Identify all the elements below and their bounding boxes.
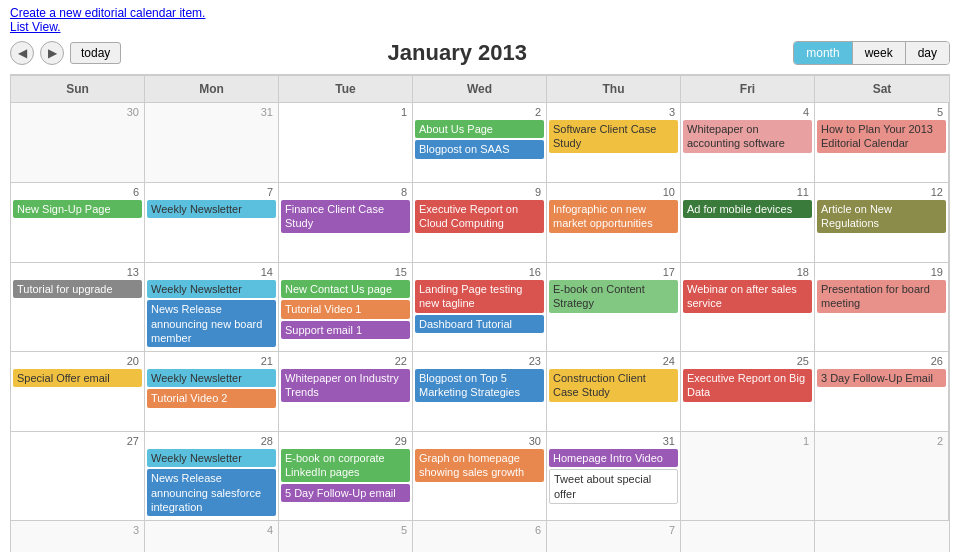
view-buttons: monthweekday: [793, 41, 950, 65]
day-number: 22: [281, 354, 410, 369]
day-number: 29: [281, 434, 410, 449]
cal-cell: 8Finance Client Case Study: [279, 183, 413, 263]
cal-cell: 7: [547, 521, 681, 552]
calendar-event[interactable]: Graph on homepage showing sales growth: [415, 449, 544, 482]
calendar-event[interactable]: Weekly Newsletter: [147, 280, 276, 298]
cal-cell: 23Blogpost on Top 5 Marketing Strategies: [413, 352, 547, 432]
cal-cell: 29E-book on corporate LinkedIn pages5 Da…: [279, 432, 413, 521]
cal-cell: 31: [145, 103, 279, 183]
calendar-event[interactable]: Blogpost on Top 5 Marketing Strategies: [415, 369, 544, 402]
calendar-event[interactable]: Presentation for board meeting: [817, 280, 946, 313]
calendar-event[interactable]: Homepage Intro Video: [549, 449, 678, 467]
calendar-event[interactable]: Tweet about special offer: [549, 469, 678, 504]
cal-cell: 14Weekly NewsletterNews Release announci…: [145, 263, 279, 352]
cal-cell: 3Software Client Case Study: [547, 103, 681, 183]
calendar-event[interactable]: Tutorial Video 1: [281, 300, 410, 318]
calendar-event[interactable]: Weekly Newsletter: [147, 449, 276, 467]
day-number: 30: [415, 434, 544, 449]
cal-cell: [681, 521, 815, 552]
calendar-event[interactable]: E-book on corporate LinkedIn pages: [281, 449, 410, 482]
cal-cell: 22Whitepaper on Industry Trends: [279, 352, 413, 432]
day-number: [817, 523, 947, 526]
list-view-link[interactable]: List View.: [10, 20, 60, 34]
calendar-event[interactable]: Weekly Newsletter: [147, 369, 276, 387]
view-btn-week[interactable]: week: [852, 42, 905, 64]
calendar-event[interactable]: How to Plan Your 2013 Editorial Calendar: [817, 120, 946, 153]
today-button[interactable]: today: [70, 42, 121, 64]
header-fri: Fri: [681, 76, 815, 102]
cal-cell: 16Landing Page testing new taglineDashbo…: [413, 263, 547, 352]
cal-cell: [815, 521, 949, 552]
cal-cell: 6: [413, 521, 547, 552]
day-number: 4: [147, 523, 276, 538]
day-number: 3: [549, 105, 678, 120]
calendar-event[interactable]: Ad for mobile devices: [683, 200, 812, 218]
day-number: 12: [817, 185, 946, 200]
calendar-event[interactable]: Infographic on new market opportunities: [549, 200, 678, 233]
day-number: 28: [147, 434, 276, 449]
calendar-event[interactable]: 5 Day Follow-Up email: [281, 484, 410, 502]
cal-cell: 24Construction Client Case Study: [547, 352, 681, 432]
calendar-event[interactable]: Whitepaper on accounting software: [683, 120, 812, 153]
calendar-event[interactable]: Support email 1: [281, 321, 410, 339]
day-number: 14: [147, 265, 276, 280]
view-btn-day[interactable]: day: [905, 42, 949, 64]
cal-cell: 4Whitepaper on accounting software: [681, 103, 815, 183]
calendar-event[interactable]: New Contact Us page: [281, 280, 410, 298]
calendar-event[interactable]: Tutorial for upgrade: [13, 280, 142, 298]
day-number: 26: [817, 354, 946, 369]
day-number: 30: [13, 105, 142, 120]
calendar-body: 303112About Us PageBlogpost on SAAS3Soft…: [11, 103, 949, 552]
calendar-event[interactable]: Whitepaper on Industry Trends: [281, 369, 410, 402]
calendar-event[interactable]: Weekly Newsletter: [147, 200, 276, 218]
next-button[interactable]: ▶: [40, 41, 64, 65]
cal-cell: 1: [681, 432, 815, 521]
header-tue: Tue: [279, 76, 413, 102]
cal-cell: 18Webinar on after sales service: [681, 263, 815, 352]
calendar-event[interactable]: Special Offer email: [13, 369, 142, 387]
calendar-header: SunMonTueWedThuFriSat: [11, 76, 949, 103]
day-number: 5: [817, 105, 946, 120]
calendar-event[interactable]: Construction Client Case Study: [549, 369, 678, 402]
calendar-event[interactable]: New Sign-Up Page: [13, 200, 142, 218]
day-number: 1: [683, 434, 812, 449]
calendar-event[interactable]: Blogpost on SAAS: [415, 140, 544, 158]
calendar-event[interactable]: Dashboard Tutorial: [415, 315, 544, 333]
calendar-event[interactable]: News Release announcing salesforce integ…: [147, 469, 276, 516]
cal-cell: 9Executive Report on Cloud Computing: [413, 183, 547, 263]
calendar-event[interactable]: Software Client Case Study: [549, 120, 678, 153]
calendar-event[interactable]: Executive Report on Big Data: [683, 369, 812, 402]
calendar-event[interactable]: Executive Report on Cloud Computing: [415, 200, 544, 233]
day-number: 23: [415, 354, 544, 369]
header-wed: Wed: [413, 76, 547, 102]
cal-cell: 19Presentation for board meeting: [815, 263, 949, 352]
calendar-event[interactable]: Landing Page testing new tagline: [415, 280, 544, 313]
day-number: 8: [281, 185, 410, 200]
cal-cell: 20Special Offer email: [11, 352, 145, 432]
calendar-event[interactable]: About Us Page: [415, 120, 544, 138]
day-number: 3: [13, 523, 142, 538]
cal-cell: 17E-book on Content Strategy: [547, 263, 681, 352]
view-btn-month[interactable]: month: [794, 42, 851, 64]
calendar-event[interactable]: Webinar on after sales service: [683, 280, 812, 313]
cal-cell: 30: [11, 103, 145, 183]
calendar-event[interactable]: Tutorial Video 2: [147, 389, 276, 407]
cal-cell: 5How to Plan Your 2013 Editorial Calenda…: [815, 103, 949, 183]
header-sat: Sat: [815, 76, 949, 102]
prev-button[interactable]: ◀: [10, 41, 34, 65]
calendar-event[interactable]: E-book on Content Strategy: [549, 280, 678, 313]
calendar-event[interactable]: 3 Day Follow-Up Email: [817, 369, 946, 387]
toolbar: ◀ ▶ today January 2013 monthweekday: [0, 36, 960, 74]
calendar-event[interactable]: Finance Client Case Study: [281, 200, 410, 233]
header-sun: Sun: [11, 76, 145, 102]
calendar-title: January 2013: [127, 40, 787, 66]
calendar-event[interactable]: Article on New Regulations: [817, 200, 946, 233]
day-number: 11: [683, 185, 812, 200]
cal-cell: 21Weekly NewsletterTutorial Video 2: [145, 352, 279, 432]
day-number: 13: [13, 265, 142, 280]
cal-cell: 11Ad for mobile devices: [681, 183, 815, 263]
create-link[interactable]: Create a new editorial calendar item.: [10, 6, 205, 20]
calendar-event[interactable]: News Release announcing new board member: [147, 300, 276, 347]
cal-cell: 7Weekly Newsletter: [145, 183, 279, 263]
header-mon: Mon: [145, 76, 279, 102]
